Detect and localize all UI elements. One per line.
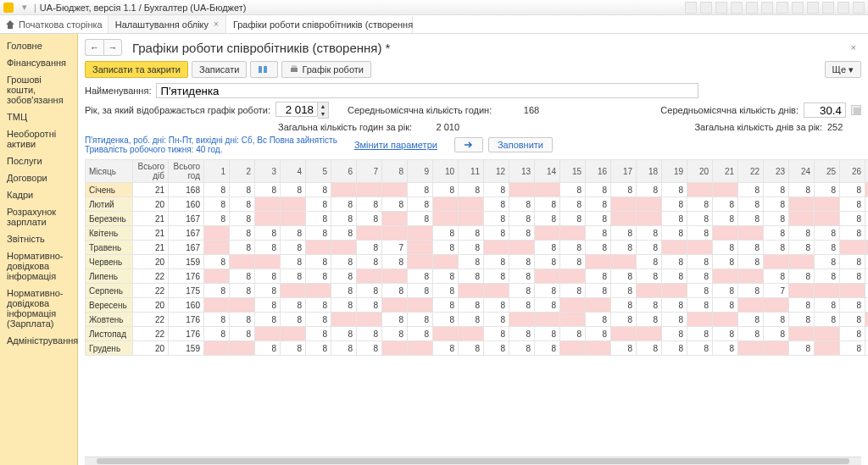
day-cell[interactable] <box>255 255 281 269</box>
day-cell[interactable] <box>535 269 560 284</box>
day-cell[interactable]: 8 <box>255 183 281 197</box>
day-cell[interactable] <box>255 197 281 212</box>
month-cell[interactable]: Листопад <box>86 327 133 341</box>
day-cell[interactable] <box>255 327 281 341</box>
day-cell[interactable] <box>382 183 408 197</box>
day-cell[interactable] <box>687 183 713 197</box>
total-hours-cell[interactable]: 160 <box>169 197 204 212</box>
sys-icon[interactable] <box>715 2 727 14</box>
day-cell[interactable]: 8 <box>687 255 713 269</box>
spin-up-icon[interactable]: ▲ <box>318 102 328 110</box>
day-cell[interactable] <box>357 313 382 327</box>
day-cell[interactable]: 8 <box>764 197 789 212</box>
nav-back-button[interactable]: ← <box>85 39 103 56</box>
col-day[interactable]: 1 <box>204 160 230 183</box>
day-cell[interactable] <box>408 341 433 356</box>
col-day[interactable]: 8 <box>382 160 408 183</box>
sys-icon[interactable] <box>807 2 819 14</box>
close-icon[interactable]: × <box>214 19 219 29</box>
day-cell[interactable]: 8 <box>637 241 662 255</box>
total-days-cell[interactable]: 21 <box>133 226 169 241</box>
day-cell[interactable]: 8 <box>586 212 611 226</box>
day-cell[interactable]: 8 <box>687 269 713 284</box>
schedule-grid[interactable]: МісяцьВсього дібВсього год12345678910111… <box>85 159 868 356</box>
total-hours-cell[interactable]: 176 <box>169 313 204 327</box>
total-days-cell[interactable]: 21 <box>133 183 169 197</box>
day-cell[interactable]: 8 <box>306 341 331 356</box>
day-cell[interactable]: 8 <box>433 313 459 327</box>
total-days-cell[interactable]: 22 <box>133 269 169 284</box>
day-cell[interactable] <box>738 226 764 241</box>
day-cell[interactable] <box>408 298 433 313</box>
day-cell[interactable] <box>738 298 764 313</box>
table-row[interactable]: Лютий201608888888888888888888 <box>86 197 869 212</box>
sys-icon[interactable] <box>746 2 758 14</box>
day-cell[interactable]: 8 <box>535 298 560 313</box>
total-hours-cell[interactable]: 159 <box>169 341 204 356</box>
day-cell[interactable]: 8 <box>535 255 560 269</box>
day-cell[interactable]: 8 <box>408 197 433 212</box>
day-cell[interactable]: 8 <box>382 255 408 269</box>
day-cell[interactable] <box>382 269 408 284</box>
nav-forward-button[interactable]: → <box>103 39 122 56</box>
day-cell[interactable]: 8 <box>789 226 815 241</box>
day-cell[interactable]: 8 <box>281 269 306 284</box>
day-cell[interactable]: 8 <box>306 183 331 197</box>
day-cell[interactable]: 8 <box>509 212 535 226</box>
day-cell[interactable]: 8 <box>637 313 662 327</box>
total-days-cell[interactable]: 22 <box>133 313 169 327</box>
day-cell[interactable]: 8 <box>687 197 713 212</box>
day-cell[interactable]: 8 <box>662 298 687 313</box>
day-cell[interactable] <box>204 341 230 356</box>
day-cell[interactable]: 8 <box>509 226 535 241</box>
day-cell[interactable] <box>509 313 535 327</box>
day-cell[interactable]: 8 <box>535 327 560 341</box>
day-cell[interactable] <box>535 226 560 241</box>
day-cell[interactable]: 8 <box>764 226 789 241</box>
day-cell[interactable]: 8 <box>713 241 738 255</box>
day-cell[interactable] <box>865 183 869 197</box>
day-cell[interactable]: 8 <box>738 212 764 226</box>
day-cell[interactable]: 8 <box>738 197 764 212</box>
col-total-hours[interactable]: Всього год <box>169 160 204 183</box>
day-cell[interactable] <box>586 341 611 356</box>
day-cell[interactable]: 8 <box>764 183 789 197</box>
day-cell[interactable]: 8 <box>560 255 586 269</box>
maximize-icon[interactable] <box>837 2 849 14</box>
day-cell[interactable]: 8 <box>586 183 611 197</box>
day-cell[interactable]: 8 <box>535 197 560 212</box>
day-cell[interactable]: 8 <box>433 226 459 241</box>
day-cell[interactable] <box>560 313 586 327</box>
day-cell[interactable]: 8 <box>662 327 687 341</box>
day-cell[interactable]: 8 <box>713 255 738 269</box>
col-day[interactable]: 11 <box>459 160 484 183</box>
day-cell[interactable]: 8 <box>382 197 408 212</box>
change-params-link[interactable]: Змінити параметри <box>354 140 437 150</box>
day-cell[interactable]: 8 <box>637 269 662 284</box>
day-cell[interactable] <box>815 341 840 356</box>
total-hours-cell[interactable]: 159 <box>169 255 204 269</box>
day-cell[interactable]: 8 <box>865 284 869 298</box>
day-cell[interactable] <box>713 269 738 284</box>
sidebar-item[interactable]: Звітність <box>0 230 77 247</box>
day-cell[interactable] <box>204 298 230 313</box>
day-cell[interactable]: 8 <box>459 313 484 327</box>
col-day[interactable]: 27 <box>865 160 869 183</box>
day-cell[interactable]: 8 <box>713 327 738 341</box>
day-cell[interactable]: 8 <box>738 284 764 298</box>
day-cell[interactable]: 8 <box>560 197 586 212</box>
day-cell[interactable] <box>865 241 869 255</box>
day-cell[interactable] <box>459 212 484 226</box>
table-row[interactable]: Травень2116788887888888888888 <box>86 241 869 255</box>
day-cell[interactable]: 8 <box>611 313 637 327</box>
day-cell[interactable]: 8 <box>331 284 357 298</box>
day-cell[interactable]: 8 <box>281 341 306 356</box>
day-cell[interactable]: 8 <box>331 341 357 356</box>
day-cell[interactable] <box>382 226 408 241</box>
col-total-days[interactable]: Всього діб <box>133 160 169 183</box>
day-cell[interactable]: 8 <box>687 298 713 313</box>
day-cell[interactable] <box>713 183 738 197</box>
day-cell[interactable]: 8 <box>357 212 382 226</box>
day-cell[interactable]: 8 <box>865 327 869 341</box>
day-cell[interactable] <box>713 226 738 241</box>
